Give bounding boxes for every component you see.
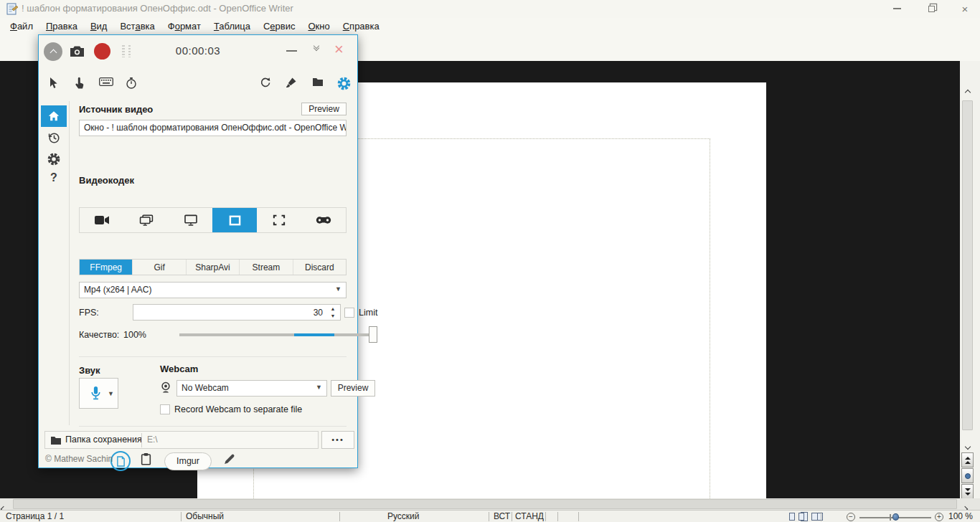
minimize-button[interactable] [886, 0, 908, 17]
menu-item-6[interactable]: Сервис [257, 19, 302, 33]
captura-main-panel: Источник видео Preview Окно - ! шаблон ф… [69, 101, 359, 431]
sidebar-help-button[interactable]: ? [50, 171, 57, 184]
menubar: ФайлПравкаВидВставкаФорматТаблицаСервисО… [0, 18, 980, 34]
output-folder-icon[interactable] [312, 77, 325, 91]
browse-folder-button[interactable]: ••• [321, 431, 354, 449]
vertical-scrollbar[interactable] [961, 61, 974, 498]
vertical-scrollbar-column [960, 61, 980, 498]
clicks-icon[interactable] [73, 77, 86, 91]
zoom-in-icon[interactable]: + [935, 513, 943, 521]
codec-tab-gif[interactable]: Gif [133, 260, 186, 275]
language-indicator[interactable]: Русский [387, 511, 420, 522]
webcam-preview-button[interactable]: Preview [331, 380, 375, 397]
window-titlebar: ! шаблон форматирования ОпенОффис.odt - … [0, 0, 980, 18]
fps-limit-label: Limit [359, 308, 377, 318]
quality-slider-fill [294, 333, 334, 336]
page-style[interactable]: Обычный [186, 511, 224, 522]
horizontal-scrollbar[interactable] [0, 498, 980, 510]
codec-tab-discard[interactable]: Discard [293, 260, 346, 275]
captura-footer-credit: © Mathew Sachin [45, 454, 113, 464]
zoom-out-icon[interactable]: − [847, 513, 855, 521]
gear-icon [47, 153, 60, 166]
keystrokes-icon[interactable] [99, 77, 112, 91]
video-camera-icon [94, 215, 110, 225]
fps-label: FPS: [79, 308, 99, 318]
menu-item-3[interactable]: Вставка [113, 19, 161, 33]
zoom-slider-thumb[interactable] [892, 513, 899, 521]
menu-item-8[interactable]: Справка [336, 19, 386, 33]
source-region-button[interactable] [257, 208, 301, 232]
menu-item-7[interactable]: Окно [301, 19, 336, 33]
fps-limit-checkbox[interactable] [344, 308, 354, 318]
codec-tab-sharpavi[interactable]: SharpAvi [187, 260, 240, 275]
scroll-up-arrow[interactable] [961, 85, 974, 96]
microphone-button[interactable]: ▼ [79, 378, 118, 409]
codec-tab-ffmpeg[interactable]: FFmpeg [80, 260, 133, 275]
zoom-level[interactable]: 100 % [948, 511, 973, 522]
multi-page-view-icon[interactable] [798, 513, 804, 521]
navigation-button[interactable] [961, 468, 974, 483]
source-all-screens-button[interactable] [124, 208, 169, 232]
audio-heading: Звук [79, 365, 100, 376]
insert-mode[interactable]: ВСТ [494, 511, 510, 522]
source-monitor-button[interactable] [169, 208, 213, 232]
close-button[interactable]: × [954, 0, 976, 17]
webcam-icon [160, 381, 171, 397]
navigation-dot-icon [965, 473, 971, 479]
menu-item-4[interactable]: Формат [161, 19, 207, 33]
imgur-button[interactable]: Imgur [164, 452, 212, 470]
timer-delay-icon[interactable] [126, 77, 138, 91]
source-window-button[interactable] [212, 208, 257, 232]
file-icon [116, 456, 126, 467]
menu-item-2[interactable]: Вид [84, 19, 114, 33]
captura-close-button[interactable]: × [334, 40, 344, 59]
settings-gear-icon[interactable] [337, 77, 350, 91]
sidebar-history-button[interactable] [47, 131, 60, 144]
page-indicator[interactable]: Страница 1 / 1 [6, 511, 64, 522]
record-webcam-separate-checkbox[interactable] [160, 404, 170, 414]
quality-value: 100% [123, 330, 146, 340]
save-folder-path[interactable]: E:\ [147, 435, 158, 445]
menu-item-5[interactable]: Таблица [207, 19, 257, 33]
source-no-video-button[interactable] [301, 208, 346, 232]
game-controller-icon [316, 216, 331, 224]
edit-pencil-icon[interactable] [223, 453, 235, 468]
refresh-icon[interactable] [260, 77, 273, 91]
screen: ! шаблон форматирования ОпенОффис.odt - … [0, 0, 980, 522]
multiple-screens-icon [139, 214, 154, 226]
webcam-select[interactable]: No Webcam ▼ [176, 380, 327, 397]
codec-tab-stream[interactable]: Stream [240, 260, 293, 275]
fps-spinner[interactable]: 30 ▲▼ [133, 304, 341, 321]
screenshot-to-clipboard-button[interactable] [141, 452, 151, 468]
menu-item-1[interactable]: Правка [39, 19, 84, 33]
scroll-down-arrow[interactable] [961, 439, 974, 450]
source-screen-only-button[interactable] [80, 208, 124, 232]
captura-sidebar: ? [39, 101, 69, 431]
horizontal-scrollbar-thumb[interactable] [13, 499, 957, 509]
paint-brush-icon[interactable] [286, 77, 298, 91]
vertical-scrollbar-thumb[interactable] [962, 100, 973, 430]
recording-timer: 00:00:03 [39, 44, 357, 57]
menu-item-0[interactable]: Файл [4, 19, 39, 33]
source-preview-button[interactable]: Preview [301, 103, 347, 115]
previous-page-button[interactable] [961, 452, 974, 468]
selection-mode[interactable]: СТАНД [515, 511, 544, 522]
sidebar-home-button[interactable] [41, 105, 67, 127]
next-page-button[interactable] [961, 484, 974, 499]
codec-format-select[interactable]: Mp4 (x264 | AAC) ▼ [79, 282, 347, 298]
restore-button[interactable] [920, 0, 942, 17]
quality-slider-handle[interactable] [369, 326, 377, 343]
screenshot-to-file-button[interactable] [110, 451, 131, 471]
spinner-arrows-icon[interactable]: ▲▼ [328, 305, 338, 320]
captura-minimize-button[interactable] [286, 50, 297, 52]
sidebar-settings-button[interactable] [47, 153, 60, 166]
captura-window: 00:00:03 × [38, 34, 358, 468]
collapse-button[interactable] [311, 44, 322, 48]
single-page-view-icon[interactable] [789, 513, 795, 521]
source-type-row [79, 207, 347, 233]
video-source-select[interactable]: Окно - ! шаблон форматирования ОпенОффис… [79, 120, 347, 136]
cursor-icon[interactable] [47, 77, 60, 91]
quality-slider-track[interactable] [179, 333, 377, 336]
zoom-slider-tick [890, 514, 891, 521]
history-clock-icon [47, 131, 60, 144]
